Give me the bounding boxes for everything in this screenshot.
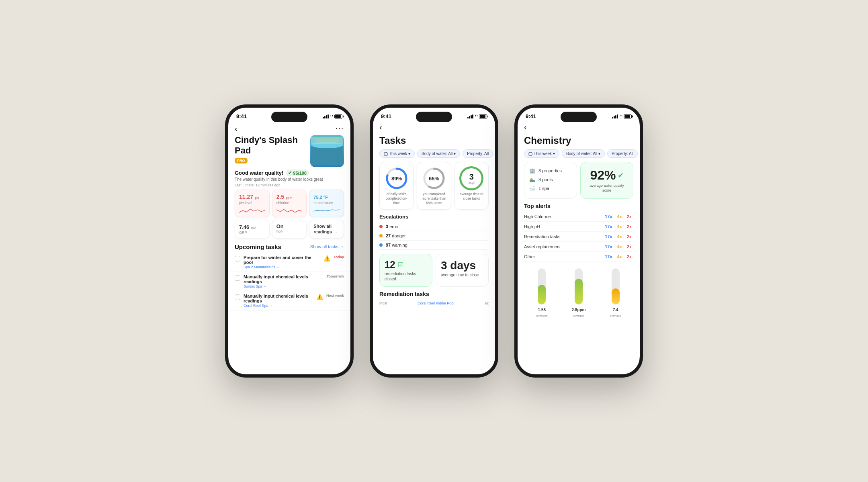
orp-name: ORP: [239, 231, 265, 235]
temp-value: 75.2 °F: [313, 195, 328, 200]
svg-rect-5: [384, 153, 387, 155]
flow-value: On: [276, 223, 303, 229]
esc-error-text: 3 error: [386, 224, 399, 229]
chlorine-name: chlorine: [276, 201, 303, 205]
task-checkbox-1[interactable]: [235, 256, 240, 261]
chem-calendar-icon: [528, 152, 532, 156]
task-item-3: Manually input chemical levels readings …: [228, 291, 350, 310]
pool-icon: 🏊: [529, 177, 535, 182]
pool-illustration: [311, 137, 343, 165]
alert-badge-2-red: 2x: [625, 224, 633, 229]
filter-week[interactable]: This week ▾: [379, 149, 415, 158]
alerts-title: Top alerts: [524, 203, 633, 209]
esc-danger-text: 27 danger: [386, 233, 406, 238]
task-due-1: Today: [334, 255, 344, 259]
p1-nav: ‹ ···: [228, 121, 350, 133]
remed-card-days: 3 days average time to close: [436, 254, 489, 287]
battery-icon-3: [624, 114, 632, 118]
meter-2: 2.8ppm avergae: [571, 268, 585, 317]
task-loc-1[interactable]: Spa 2 Mountainside →: [244, 265, 320, 269]
task-loc-2[interactable]: Sunset Spa →: [244, 284, 323, 288]
ph-chart: [239, 206, 265, 214]
filter-body[interactable]: Body of water: All ▾: [417, 149, 460, 158]
alert-name-2: High pH: [524, 224, 602, 229]
phone-1: 9:41 ∷ ‹ ···: [225, 104, 354, 378]
wifi-icon: ∷: [330, 114, 333, 118]
stat-desc-65: you completed more tasks than 65% users: [420, 192, 447, 205]
alert-badge-3-blue: 17x: [603, 234, 614, 239]
prop-properties-label: 3 properties: [538, 168, 562, 173]
task-stats-row: 89% of daily tasks completed on-time 65%: [373, 162, 495, 214]
svg-rect-14: [529, 153, 532, 155]
esc-warning-text: 97 warning: [386, 243, 407, 247]
alert-row-1: High Chlorine 17x 4x 2x: [524, 212, 633, 222]
flow-name: flow: [276, 229, 303, 233]
stat-card-89: 89% of daily tasks completed on-time: [379, 162, 414, 210]
task-warn-3: ⚠️: [316, 294, 323, 300]
alert-name-1: High Chlorine: [524, 214, 602, 219]
dynamic-island-1: [271, 112, 307, 122]
wifi-icon-3: ∷: [620, 114, 622, 118]
show-all-tasks-link[interactable]: Show all tasks →: [310, 244, 344, 249]
filter-week-label: This week: [389, 151, 407, 156]
task-filters: This week ▾ Body of water: All ▾ Propert…: [373, 149, 495, 162]
filter-body-label: Body of water: All: [422, 151, 452, 156]
filter-property[interactable]: Property: All: [463, 149, 493, 158]
status-icons-1: ∷: [323, 114, 342, 118]
signal-icon-3: [612, 114, 618, 118]
status-time-1: 9:41: [236, 113, 247, 119]
task-checkbox-3[interactable]: [235, 294, 240, 300]
days-circle: 3 days: [459, 166, 483, 190]
escalations-title: Escalations: [379, 214, 489, 220]
meter-label-2: 2.8ppm: [571, 308, 585, 312]
meter-sub-1: avergae: [536, 314, 548, 317]
battery-icon: [334, 114, 342, 118]
task-due-3: Next week: [326, 294, 344, 298]
back-button-3[interactable]: ‹: [518, 121, 640, 133]
ph-name: pH level: [239, 201, 265, 205]
remed-task-num: 92: [485, 301, 489, 305]
temp-chart: [313, 206, 340, 214]
property-title: Cindy's Splash Pad: [235, 135, 310, 156]
metric-ph: 11.27 pH pH level: [235, 190, 270, 217]
meter-sub-2: avergae: [573, 314, 585, 317]
prop-spa-label: 1 spa: [538, 186, 549, 191]
more-button-1[interactable]: ···: [336, 124, 344, 133]
stat-card-days: 3 days average time to close tasks: [454, 162, 489, 210]
phone-2: 9:41 ∷ ‹ Tasks: [370, 104, 498, 378]
back-button-2[interactable]: ‹: [373, 121, 495, 133]
remed-card-closed: 12 ☑ remediation tasks closed: [379, 254, 432, 287]
task-item-2: Manually input chemical levels readings …: [228, 272, 350, 291]
alert-badge-4-orange: 4x: [616, 244, 624, 249]
task-loc-3[interactable]: Coral Reef Spa →: [244, 304, 313, 308]
stat-card-65: 65% you completed more tasks than 65% us…: [417, 162, 451, 210]
back-button-1[interactable]: ‹: [235, 124, 237, 133]
chlorine-chart: [276, 206, 303, 214]
chem-filter-body[interactable]: Body of water: All ▾: [562, 149, 605, 158]
prop-pools-label: 8 pools: [538, 177, 553, 182]
quality-row: Good water quality! ✔ 95/100: [228, 167, 350, 177]
tasks-page-title: Tasks: [373, 133, 495, 149]
alert-row-4: Asset replacement 17x 4x 2x: [524, 242, 633, 252]
task-warn-1: ⚠️: [323, 255, 330, 261]
alert-name-3: Remediation tasks: [524, 234, 602, 239]
chem-filter-week[interactable]: This week ▾: [524, 149, 559, 158]
chem-filter-prop[interactable]: Property: All: [607, 149, 638, 158]
stat-desc-days: average time to close tasks: [458, 192, 485, 201]
show-all-readings[interactable]: Show all readings →: [309, 220, 344, 239]
calendar-icon: [384, 152, 388, 156]
prop-item-pools: 🏊 8 pools: [529, 175, 572, 184]
wifi-icon-2: ∷: [475, 114, 477, 118]
esc-dot-blue: [379, 243, 383, 247]
meter-label-1: 1.55: [538, 308, 546, 312]
alert-name-4: Asset replacement: [524, 244, 602, 249]
meter-bar-2: [575, 268, 583, 304]
alert-name-5: Other: [524, 254, 602, 259]
remed-closed-desc: remediation tasks closed: [385, 271, 427, 282]
task-checkbox-2[interactable]: [235, 275, 240, 281]
esc-error: 3 error: [379, 222, 489, 231]
quality-score-value: 95/100: [293, 171, 307, 176]
alert-row-3: Remediation tasks 17x 4x 2x: [524, 232, 633, 242]
circle-65-svg: 65%: [422, 166, 446, 190]
metric-flow: On flow: [272, 220, 307, 239]
